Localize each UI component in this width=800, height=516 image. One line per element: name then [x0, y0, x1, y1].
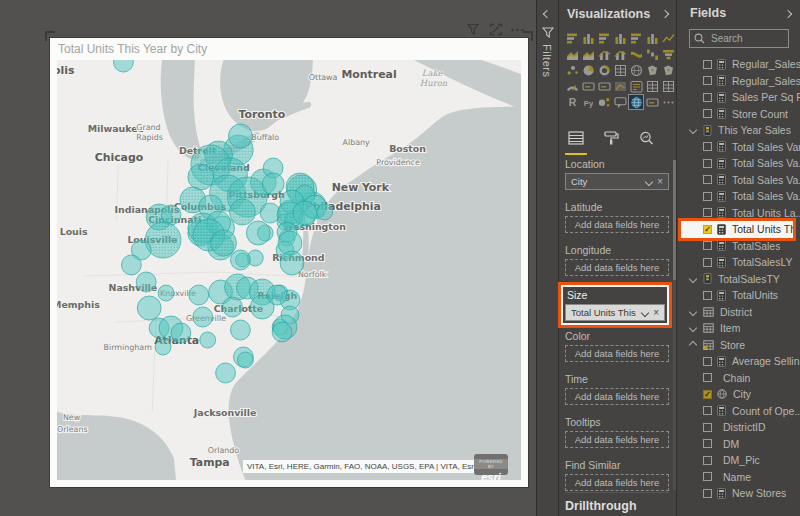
- field-item-total-sales-va[interactable]: Total Sales Va...: [677, 172, 800, 189]
- field-item-totalsales[interactable]: TotalSales: [677, 238, 800, 255]
- checkbox[interactable]: [703, 109, 712, 118]
- field-item-dm[interactable]: DM: [677, 436, 800, 453]
- stacked-bar-chart-icon[interactable]: [565, 31, 579, 45]
- field-item-this-year-sales[interactable]: This Year Sales: [677, 122, 800, 139]
- well-dropzone[interactable]: Add data fields here: [565, 345, 669, 362]
- field-item-total-sales-var[interactable]: Total Sales Var: [677, 139, 800, 156]
- map-bubble[interactable]: [223, 297, 243, 317]
- map-bubble[interactable]: [272, 322, 292, 342]
- map-bubble[interactable]: [317, 204, 333, 220]
- map-bubble[interactable]: [231, 250, 251, 270]
- well-value-total-units-this-year[interactable]: Total Units This Year×: [565, 304, 665, 321]
- funnel-chart-icon[interactable]: [661, 47, 675, 61]
- filters-expand-icon[interactable]: [543, 10, 551, 18]
- map-bubble[interactable]: [158, 285, 174, 301]
- fields-collapse-icon[interactable]: [784, 10, 792, 18]
- map-bubble[interactable]: [262, 173, 284, 195]
- field-item-totalsalesty[interactable]: TotalSalesTY: [677, 271, 800, 288]
- expand-icon[interactable]: [689, 275, 697, 283]
- checkbox[interactable]: [703, 208, 712, 217]
- map-bubble[interactable]: [193, 307, 213, 327]
- expand-icon[interactable]: [689, 126, 697, 134]
- waterfall-chart-icon[interactable]: [645, 47, 659, 61]
- well-remove-icon[interactable]: ×: [657, 176, 663, 187]
- checkbox[interactable]: [703, 291, 712, 300]
- checkbox[interactable]: [703, 175, 712, 184]
- checkbox-checked[interactable]: ✓: [703, 225, 712, 234]
- esri-logo[interactable]: POWERED BY esri: [474, 454, 508, 475]
- checkbox[interactable]: [703, 439, 712, 448]
- map-bubble[interactable]: [137, 296, 161, 320]
- field-item-regular-sales[interactable]: Regular_Sales...: [677, 56, 800, 73]
- map-bubble[interactable]: [189, 285, 209, 305]
- map-bubble[interactable]: [293, 201, 317, 225]
- checkbox[interactable]: [703, 472, 712, 481]
- map-bubble[interactable]: [155, 339, 171, 355]
- tab-format[interactable]: [600, 131, 622, 155]
- area-chart-icon[interactable]: [565, 47, 579, 61]
- map-bubble[interactable]: [200, 332, 216, 348]
- shape-map-icon[interactable]: [661, 63, 675, 77]
- clustered-column-chart-icon[interactable]: [613, 31, 627, 45]
- map-bubble[interactable]: [267, 285, 287, 305]
- map-bubble[interactable]: [171, 323, 191, 343]
- field-item-sales-per-sq-ft[interactable]: Sales Per Sq Ft: [677, 89, 800, 106]
- checkbox[interactable]: [703, 373, 712, 382]
- well-dropzone[interactable]: Add data fields here: [565, 388, 669, 405]
- expand-icon[interactable]: [689, 308, 697, 316]
- field-item-average-sellin[interactable]: Average Sellin...: [677, 353, 800, 370]
- field-item-district[interactable]: >District: [677, 304, 800, 321]
- well-dropdown-icon[interactable]: [645, 177, 653, 185]
- well-dropzone[interactable]: Add data fields here: [565, 474, 669, 491]
- map-bubble[interactable]: [216, 363, 236, 383]
- qna-icon[interactable]: [613, 95, 627, 109]
- field-item-chain[interactable]: Chain: [677, 370, 800, 387]
- field-item-store[interactable]: Store: [677, 337, 800, 354]
- 100-stacked-bar-chart-icon[interactable]: [629, 31, 643, 45]
- map-icon[interactable]: [629, 63, 643, 77]
- well-value-city[interactable]: City×: [565, 173, 669, 190]
- map-bubble[interactable]: [229, 124, 253, 148]
- arcgis-map[interactable]: olisLakeHuronOttawaMontrealTorontoMilwau…: [57, 60, 521, 480]
- checkbox-checked[interactable]: ✓: [703, 390, 712, 399]
- scatter-chart-icon[interactable]: [565, 63, 579, 77]
- field-item-dm-pic[interactable]: DM_Pic: [677, 452, 800, 469]
- field-item-totalsalesly[interactable]: TotalSalesLY: [677, 254, 800, 271]
- search-input[interactable]: [709, 32, 784, 45]
- gauge-icon[interactable]: [565, 79, 579, 93]
- more-visuals-icon[interactable]: [661, 95, 675, 109]
- line-chart-icon[interactable]: [661, 31, 675, 45]
- well-dropzone[interactable]: Add data fields here: [565, 259, 669, 276]
- matrix-icon[interactable]: [661, 79, 675, 93]
- field-item-total-units-thi[interactable]: ✓Total Units Thi...: [681, 221, 793, 238]
- slicer-icon[interactable]: [629, 79, 643, 93]
- map-bubble[interactable]: [136, 272, 156, 292]
- filters-pane-collapsed[interactable]: Filters: [536, 0, 559, 516]
- field-item-new-stores[interactable]: New Stores: [677, 485, 800, 502]
- well-dropdown-icon[interactable]: [641, 308, 649, 316]
- key-influencers-icon[interactable]: [597, 95, 611, 109]
- tab-fields[interactable]: [565, 131, 587, 155]
- checkbox[interactable]: [703, 456, 712, 465]
- field-item-districtid[interactable]: DistrictID: [677, 419, 800, 436]
- checkbox[interactable]: [703, 489, 712, 498]
- stacked-column-chart-icon[interactable]: [581, 31, 595, 45]
- checkbox[interactable]: [703, 192, 712, 201]
- visualizations-collapse-icon[interactable]: [661, 10, 669, 18]
- stacked-area-chart-icon[interactable]: [581, 47, 595, 61]
- well-dropzone[interactable]: Add data fields here: [565, 216, 669, 233]
- map-bubble[interactable]: [246, 221, 270, 245]
- field-item-total-sales-va[interactable]: Total Sales Va...: [677, 155, 800, 172]
- map-canvas[interactable]: olisLakeHuronOttawaMontrealTorontoMilwau…: [57, 60, 521, 480]
- expand-icon[interactable]: [689, 341, 697, 349]
- checkbox[interactable]: [703, 241, 712, 250]
- map-bubble[interactable]: [237, 352, 253, 368]
- checkbox[interactable]: [703, 406, 712, 415]
- map-bubble[interactable]: [280, 251, 304, 275]
- map-visual-container[interactable]: Total Units This Year by City: [50, 38, 528, 487]
- field-item-store-count[interactable]: Store Count: [677, 106, 800, 123]
- field-item-count-of-ope[interactable]: Count of Ope...: [677, 403, 800, 420]
- field-item-totalunits[interactable]: TotalUnits: [677, 287, 800, 304]
- field-item-regular-sales[interactable]: Regular_Sales...: [677, 73, 800, 90]
- field-item-total-sales-va[interactable]: Total Sales Va...: [677, 188, 800, 205]
